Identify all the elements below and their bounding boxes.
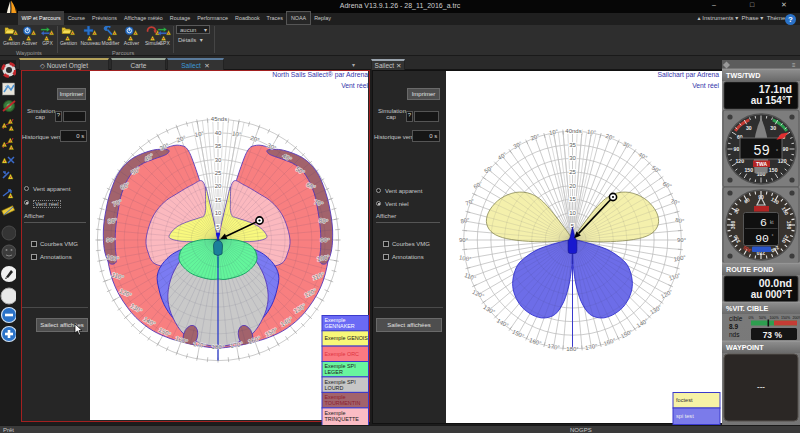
svg-text:---: --- [757, 382, 765, 391]
svg-text:40°: 40° [637, 151, 648, 161]
svg-text:80°: 80° [460, 217, 471, 225]
svg-text:au 000°T: au 000°T [751, 289, 792, 300]
svg-text:360: 360 [730, 221, 736, 230]
svg-text:20°: 20° [605, 133, 616, 142]
svg-text:120°: 120° [471, 289, 485, 300]
svg-text:180: 180 [786, 221, 792, 230]
svg-text:80°: 80° [675, 217, 686, 225]
svg-text:15: 15 [569, 196, 576, 202]
svg-text:70°: 70° [465, 198, 476, 207]
svg-text:nds: nds [729, 331, 740, 338]
svg-text:foctest: foctest [676, 397, 693, 403]
svg-text:100%: 100% [769, 316, 779, 320]
svg-text:40nds: 40nds [565, 128, 581, 134]
svg-text:60°: 60° [662, 180, 673, 190]
svg-text:120°: 120° [660, 288, 674, 299]
svg-text:90: 90 [783, 146, 789, 152]
svg-text:110°: 110° [464, 272, 478, 282]
svg-text:≡: ≡ [792, 62, 796, 68]
svg-text:WAYPOINT: WAYPOINT [726, 343, 764, 352]
svg-text:40°: 40° [497, 151, 508, 161]
svg-text:20°: 20° [530, 133, 541, 142]
svg-text:170°: 170° [547, 343, 561, 351]
svg-text:150°: 150° [511, 329, 525, 340]
svg-text:160°: 160° [603, 337, 617, 347]
svg-text:100°: 100° [673, 254, 687, 262]
svg-text:150°: 150° [620, 328, 634, 339]
svg-text:Vent réel: Vent réel [692, 82, 719, 89]
svg-text:110°: 110° [668, 272, 682, 282]
svg-text:60°: 60° [473, 180, 484, 190]
svg-text:0%: 0% [748, 316, 754, 320]
svg-text:spi test: spi test [676, 413, 694, 419]
svg-text:°: ° [772, 233, 774, 239]
svg-text:au 154°T: au 154°T [751, 95, 792, 106]
svg-text:6: 6 [760, 216, 767, 229]
svg-text:30°: 30° [512, 140, 523, 150]
svg-text:TWS/TWD: TWS/TWD [726, 71, 760, 80]
svg-text:35: 35 [569, 142, 576, 148]
svg-text:%VIT. CIBLE: %VIT. CIBLE [726, 304, 769, 313]
svg-text:8.9: 8.9 [729, 323, 738, 330]
svg-text:200%: 200% [792, 316, 800, 320]
svg-text:90°: 90° [459, 237, 469, 243]
svg-text:10: 10 [569, 210, 576, 216]
svg-text:30: 30 [770, 125, 776, 131]
svg-text:50%: 50% [759, 316, 767, 320]
svg-text:17.1nd: 17.1nd [759, 83, 792, 95]
svg-text:30: 30 [746, 125, 752, 131]
svg-text:°: ° [776, 148, 778, 154]
svg-text:170°: 170° [585, 343, 599, 351]
svg-text:TWA: TWA [756, 161, 767, 167]
svg-text:30: 30 [569, 155, 576, 161]
svg-text:90: 90 [734, 146, 740, 152]
svg-text:59: 59 [753, 143, 770, 159]
svg-text:cible: cible [729, 315, 743, 322]
svg-text:10°: 10° [549, 128, 560, 136]
svg-text:20: 20 [569, 183, 576, 189]
svg-text:150: 150 [744, 167, 753, 173]
svg-text:ROUTE FOND: ROUTE FOND [726, 265, 774, 274]
svg-text:90°: 90° [677, 237, 687, 243]
svg-text:73 %: 73 % [763, 330, 783, 340]
svg-text:150: 150 [769, 167, 778, 173]
svg-text:25: 25 [569, 169, 576, 175]
svg-text:160°: 160° [528, 337, 542, 347]
svg-text:Sailchart par Adrena: Sailchart par Adrena [657, 71, 719, 79]
svg-text:150%: 150% [781, 316, 791, 320]
svg-text:70°: 70° [670, 198, 681, 207]
svg-text:90: 90 [755, 232, 769, 245]
svg-text:180°: 180° [566, 346, 579, 352]
svg-text:00.0nd: 00.0nd [759, 277, 792, 289]
svg-text:100°: 100° [459, 254, 473, 262]
svg-text:10°: 10° [586, 129, 597, 137]
